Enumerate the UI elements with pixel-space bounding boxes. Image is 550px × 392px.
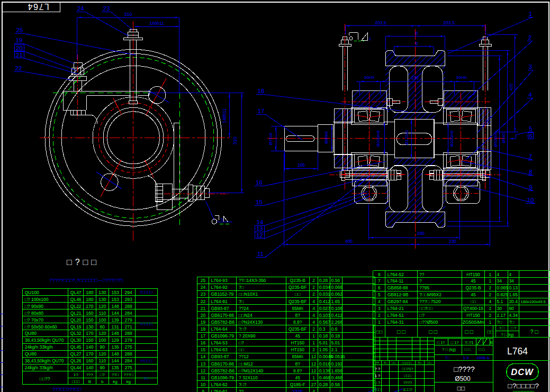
svg-text:20: 20 (16, 45, 23, 51)
svg-text:GB93-87: GB93-87 (211, 306, 229, 311)
svg-text:0.28: 0.28 (319, 278, 328, 283)
svg-text:??□14X3-350: ??□14X3-350 (239, 278, 266, 283)
svg-text:□????: □???? (454, 365, 475, 373)
svg-text:??12: ??12 (239, 354, 249, 359)
svg-text:8.8?: 8.8? (293, 368, 302, 373)
svg-text:???□: ???□ (124, 372, 133, 377)
svg-text:17: 17 (201, 333, 206, 339)
svg-text:?: ? (419, 278, 422, 284)
svg-text:120: 120 (98, 304, 106, 309)
svg-text:□? 70x70: □? 70x70 (25, 317, 44, 323)
svg-text:L764-63: L764-63 (211, 347, 228, 352)
svg-text:QL44: QL44 (70, 365, 82, 370)
svg-text:???: ??? (86, 372, 94, 377)
svg-text:QL45: QL45 (70, 344, 82, 350)
svg-text:38,43,50kg/n QU70: 38,43,50kg/n QU70 (25, 338, 64, 343)
svg-text:GB1096-79: GB1096-79 (211, 333, 235, 339)
svg-text:140h11: 140h11 (149, 21, 164, 26)
svg-text:45: 45 (471, 278, 476, 284)
svg-text:2.268: 2.268 (331, 320, 343, 325)
svg-text:4.34: 4.34 (509, 313, 518, 318)
svg-text:□??Ø500: □??Ø500 (419, 320, 438, 325)
svg-text:□□: □□ (457, 385, 465, 392)
svg-text:□?: □? (100, 372, 105, 377)
svg-text:148: 148 (112, 304, 119, 309)
svg-text:130: 130 (86, 324, 93, 330)
svg-text:□□?□□: □□?□□ (419, 306, 432, 311)
svg-text:30: 30 (497, 306, 502, 311)
svg-text:Ø120s5: Ø120s5 (404, 130, 409, 145)
svg-text:8.8?: 8.8? (293, 320, 302, 325)
svg-text:L764-21: L764-21 (387, 306, 404, 311)
svg-text:5: 5 (378, 292, 381, 297)
svg-text:1?: 1? (74, 372, 78, 377)
svg-text:13: 13 (201, 361, 206, 367)
svg-text:275: 275 (125, 344, 132, 350)
svg-text:QL27: QL27 (70, 351, 82, 357)
svg-text:4: 4 (509, 272, 511, 277)
svg-text:0.56: 0.56 (331, 382, 340, 387)
svg-text:12: 12 (311, 354, 317, 359)
svg-text:HT150: HT150 (291, 347, 304, 352)
svg-text:QL26: QL26 (70, 358, 82, 363)
svg-text:20.4: 20.4 (509, 299, 518, 304)
svg-text:14: 14 (201, 354, 206, 359)
svg-text:QL22: QL22 (70, 304, 82, 309)
svg-text:22: 22 (201, 299, 206, 304)
svg-text:4: 4 (312, 320, 315, 325)
svg-text:HT150: HT150 (466, 313, 480, 318)
svg-text:16: 16 (201, 340, 206, 345)
svg-text:6: 6 (221, 217, 223, 222)
svg-text:12: 12 (311, 368, 317, 373)
svg-text:??□□□: ??□□□ (140, 359, 152, 363)
svg-text:GB5782-B6: GB5782-B6 (211, 368, 235, 373)
svg-text:8: 8 (378, 272, 381, 277)
svg-text:□□N10X1: □□N10X1 (239, 291, 258, 297)
svg-text:?□□□□: ?□□□□ (140, 322, 152, 326)
svg-text:??: ?? (239, 389, 244, 392)
svg-text:2: 2 (312, 326, 315, 332)
svg-text:???□□???□□: ???□□???□□ (52, 386, 82, 392)
svg-text:2: 2 (378, 313, 381, 318)
svg-text:140: 140 (86, 365, 93, 370)
svg-text:0.016: 0.016 (319, 361, 331, 367)
svg-text:?□?1: ?□?1 (464, 340, 473, 345)
svg-text:□□□: □□□ (72, 379, 80, 384)
svg-text:120: 120 (98, 331, 106, 336)
svg-text:?????□□□?,?□□□□□□—□???□??.: ?????□□□?,?□□□□□□—□???□??. (49, 277, 124, 283)
svg-text:1.05: 1.05 (319, 347, 328, 352)
svg-text:1 ?: 1 ? (375, 373, 380, 378)
svg-text:B: B (490, 340, 493, 345)
svg-text:129: 129 (112, 338, 119, 343)
svg-text:284: 284 (125, 358, 132, 363)
svg-text:279: 279 (125, 317, 132, 323)
svg-text:135: 135 (112, 365, 119, 370)
svg-text:6: 6 (378, 285, 381, 290)
svg-text:B: B (415, 31, 418, 36)
svg-text:Ø100m6: Ø100m6 (376, 130, 381, 147)
svg-text:5: 5 (529, 125, 532, 132)
svg-text:110: 110 (99, 358, 106, 363)
svg-text:50H9: 50H9 (364, 75, 375, 80)
svg-text:22: 22 (15, 65, 22, 71)
svg-text:230: 230 (449, 239, 456, 244)
svg-text:34: 34 (509, 278, 514, 284)
svg-text:0.062: 0.062 (331, 291, 343, 297)
svg-text:QL20: QL20 (70, 317, 82, 323)
svg-text:4: 4 (312, 299, 315, 304)
svg-text:2: 2 (312, 285, 315, 290)
svg-text:0.825: 0.825 (497, 292, 509, 297)
svg-text:105: 105 (297, 162, 305, 168)
svg-text:??□: ??□ (112, 372, 119, 377)
svg-text:288: 288 (125, 351, 132, 357)
svg-text:180: 180 (86, 290, 93, 295)
svg-text:24kg/n 33kg/n: 24kg/n 33kg/n (25, 365, 53, 370)
svg-text:27: 27 (311, 382, 317, 387)
svg-text:L764-52: L764-52 (387, 272, 404, 277)
svg-text:150: 150 (86, 338, 93, 343)
svg-text:□? 90x90: □? 90x90 (25, 304, 44, 309)
svg-text:0.56: 0.56 (331, 278, 340, 283)
svg-text:90: 90 (100, 344, 105, 350)
svg-text:4: 4 (378, 299, 381, 304)
svg-text:GB5782-B6: GB5782-B6 (211, 320, 235, 325)
